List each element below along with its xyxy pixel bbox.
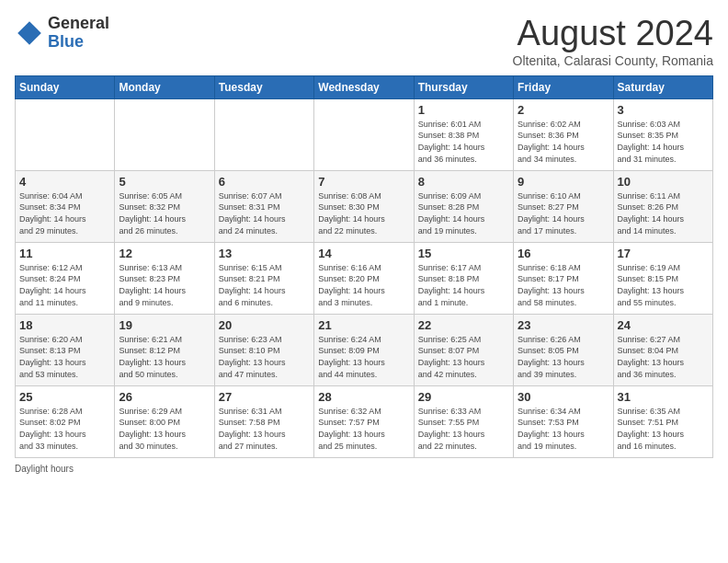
day-cell: 24Sunrise: 6:27 AM Sunset: 8:04 PM Dayli…	[613, 314, 712, 385]
day-cell: 19Sunrise: 6:21 AM Sunset: 8:12 PM Dayli…	[115, 314, 214, 385]
day-number: 23	[518, 318, 609, 332]
day-cell: 14Sunrise: 6:16 AM Sunset: 8:20 PM Dayli…	[314, 242, 414, 314]
day-number: 4	[19, 175, 110, 189]
day-info: Sunrise: 6:32 AM Sunset: 7:57 PM Dayligh…	[318, 406, 409, 452]
day-info: Sunrise: 6:12 AM Sunset: 8:24 PM Dayligh…	[19, 262, 110, 308]
header-cell-sunday: Sunday	[16, 75, 115, 98]
day-cell	[115, 98, 214, 170]
day-cell: 31Sunrise: 6:35 AM Sunset: 7:51 PM Dayli…	[613, 385, 712, 457]
day-cell: 27Sunrise: 6:31 AM Sunset: 7:58 PM Dayli…	[214, 385, 313, 457]
day-number: 2	[518, 103, 609, 117]
footer: Daylight hours	[15, 464, 713, 474]
day-number: 28	[318, 390, 409, 404]
day-cell: 5Sunrise: 6:05 AM Sunset: 8:32 PM Daylig…	[115, 170, 214, 242]
day-number: 6	[219, 175, 310, 189]
calendar-table: SundayMondayTuesdayWednesdayThursdayFrid…	[15, 75, 713, 458]
daylight-label: Daylight hours	[15, 464, 74, 474]
day-cell: 28Sunrise: 6:32 AM Sunset: 7:57 PM Dayli…	[314, 385, 414, 457]
day-info: Sunrise: 6:29 AM Sunset: 8:00 PM Dayligh…	[119, 406, 210, 452]
day-cell: 3Sunrise: 6:03 AM Sunset: 8:35 PM Daylig…	[613, 98, 712, 170]
week-row-3: 11Sunrise: 6:12 AM Sunset: 8:24 PM Dayli…	[16, 242, 713, 314]
day-info: Sunrise: 6:20 AM Sunset: 8:13 PM Dayligh…	[19, 334, 110, 380]
day-info: Sunrise: 6:07 AM Sunset: 8:31 PM Dayligh…	[219, 190, 310, 236]
calendar-header: SundayMondayTuesdayWednesdayThursdayFrid…	[16, 75, 713, 98]
day-cell	[214, 98, 313, 170]
week-row-5: 25Sunrise: 6:28 AM Sunset: 8:02 PM Dayli…	[16, 385, 713, 457]
day-cell: 9Sunrise: 6:10 AM Sunset: 8:27 PM Daylig…	[514, 170, 613, 242]
day-cell: 6Sunrise: 6:07 AM Sunset: 8:31 PM Daylig…	[214, 170, 313, 242]
calendar-body: 1Sunrise: 6:01 AM Sunset: 8:38 PM Daylig…	[16, 98, 713, 457]
day-cell: 1Sunrise: 6:01 AM Sunset: 8:38 PM Daylig…	[414, 98, 513, 170]
day-cell: 2Sunrise: 6:02 AM Sunset: 8:36 PM Daylig…	[514, 98, 613, 170]
day-number: 8	[418, 175, 509, 189]
week-row-4: 18Sunrise: 6:20 AM Sunset: 8:13 PM Dayli…	[16, 314, 713, 385]
day-cell: 4Sunrise: 6:04 AM Sunset: 8:34 PM Daylig…	[16, 170, 115, 242]
header-cell-tuesday: Tuesday	[214, 75, 313, 98]
logo-general: General	[48, 15, 109, 33]
day-number: 19	[119, 318, 210, 332]
day-cell: 8Sunrise: 6:09 AM Sunset: 8:28 PM Daylig…	[414, 170, 513, 242]
logo-text: General Blue	[48, 15, 109, 52]
svg-marker-0	[17, 21, 41, 45]
day-number: 12	[119, 247, 210, 260]
day-cell	[314, 98, 414, 170]
day-cell: 15Sunrise: 6:17 AM Sunset: 8:18 PM Dayli…	[414, 242, 513, 314]
day-cell: 13Sunrise: 6:15 AM Sunset: 8:21 PM Dayli…	[214, 242, 313, 314]
day-number: 20	[219, 318, 310, 332]
day-cell: 18Sunrise: 6:20 AM Sunset: 8:13 PM Dayli…	[16, 314, 115, 385]
day-info: Sunrise: 6:17 AM Sunset: 8:18 PM Dayligh…	[418, 262, 509, 308]
day-info: Sunrise: 6:16 AM Sunset: 8:20 PM Dayligh…	[318, 262, 409, 308]
week-row-2: 4Sunrise: 6:04 AM Sunset: 8:34 PM Daylig…	[16, 170, 713, 242]
logo-blue: Blue	[48, 33, 109, 52]
day-info: Sunrise: 6:25 AM Sunset: 8:07 PM Dayligh…	[418, 334, 509, 380]
week-row-1: 1Sunrise: 6:01 AM Sunset: 8:38 PM Daylig…	[16, 98, 713, 170]
title-block: August 2024 Oltenita, Calarasi County, R…	[513, 15, 713, 68]
day-info: Sunrise: 6:15 AM Sunset: 8:21 PM Dayligh…	[219, 262, 310, 308]
day-number: 31	[618, 390, 709, 404]
day-info: Sunrise: 6:03 AM Sunset: 8:35 PM Dayligh…	[618, 119, 709, 165]
logo-icon	[15, 18, 44, 48]
day-cell: 17Sunrise: 6:19 AM Sunset: 8:15 PM Dayli…	[613, 242, 712, 314]
day-number: 10	[618, 175, 709, 189]
day-number: 21	[318, 318, 409, 332]
day-info: Sunrise: 6:19 AM Sunset: 8:15 PM Dayligh…	[618, 262, 709, 308]
header-cell-thursday: Thursday	[414, 75, 513, 98]
logo: General Blue	[15, 15, 109, 52]
day-number: 3	[618, 103, 709, 117]
day-info: Sunrise: 6:28 AM Sunset: 8:02 PM Dayligh…	[19, 406, 110, 452]
day-info: Sunrise: 6:31 AM Sunset: 7:58 PM Dayligh…	[219, 406, 310, 452]
day-cell: 22Sunrise: 6:25 AM Sunset: 8:07 PM Dayli…	[414, 314, 513, 385]
day-cell: 12Sunrise: 6:13 AM Sunset: 8:23 PM Dayli…	[115, 242, 214, 314]
day-info: Sunrise: 6:26 AM Sunset: 8:05 PM Dayligh…	[518, 334, 609, 380]
day-number: 26	[119, 390, 210, 404]
header-cell-friday: Friday	[514, 75, 613, 98]
day-cell: 16Sunrise: 6:18 AM Sunset: 8:17 PM Dayli…	[514, 242, 613, 314]
day-cell: 11Sunrise: 6:12 AM Sunset: 8:24 PM Dayli…	[16, 242, 115, 314]
day-number: 27	[219, 390, 310, 404]
day-cell: 10Sunrise: 6:11 AM Sunset: 8:26 PM Dayli…	[613, 170, 712, 242]
day-number: 5	[119, 175, 210, 189]
day-info: Sunrise: 6:01 AM Sunset: 8:38 PM Dayligh…	[418, 119, 509, 165]
day-info: Sunrise: 6:24 AM Sunset: 8:09 PM Dayligh…	[318, 334, 409, 380]
day-cell: 7Sunrise: 6:08 AM Sunset: 8:30 PM Daylig…	[314, 170, 414, 242]
day-number: 30	[518, 390, 609, 404]
day-info: Sunrise: 6:08 AM Sunset: 8:30 PM Dayligh…	[318, 190, 409, 236]
day-number: 16	[518, 247, 609, 260]
day-cell: 20Sunrise: 6:23 AM Sunset: 8:10 PM Dayli…	[214, 314, 313, 385]
page-header: General Blue August 2024 Oltenita, Calar…	[15, 15, 713, 68]
day-info: Sunrise: 6:09 AM Sunset: 8:28 PM Dayligh…	[418, 190, 509, 236]
day-info: Sunrise: 6:04 AM Sunset: 8:34 PM Dayligh…	[19, 190, 110, 236]
day-info: Sunrise: 6:11 AM Sunset: 8:26 PM Dayligh…	[618, 190, 709, 236]
day-cell	[16, 98, 115, 170]
month-title: August 2024	[513, 15, 713, 53]
day-info: Sunrise: 6:34 AM Sunset: 7:53 PM Dayligh…	[518, 406, 609, 452]
day-info: Sunrise: 6:10 AM Sunset: 8:27 PM Dayligh…	[518, 190, 609, 236]
day-info: Sunrise: 6:21 AM Sunset: 8:12 PM Dayligh…	[119, 334, 210, 380]
day-number: 15	[418, 247, 509, 260]
day-info: Sunrise: 6:23 AM Sunset: 8:10 PM Dayligh…	[219, 334, 310, 380]
day-number: 25	[19, 390, 110, 404]
day-number: 7	[318, 175, 409, 189]
day-number: 17	[618, 247, 709, 260]
day-number: 9	[518, 175, 609, 189]
day-number: 13	[219, 247, 310, 260]
